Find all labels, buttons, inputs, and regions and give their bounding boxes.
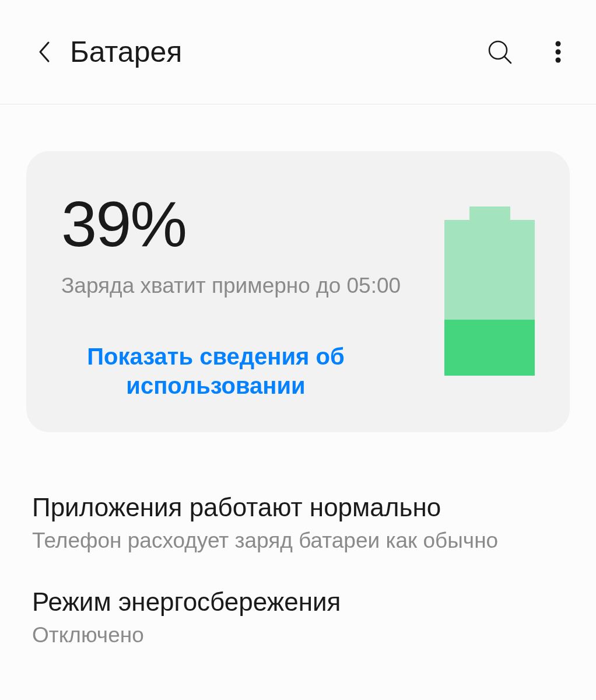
page-title: Батарея — [70, 35, 485, 69]
battery-fill — [444, 320, 535, 376]
more-vert-icon — [555, 39, 562, 65]
item-subtitle: Телефон расходует заряд батареи как обыч… — [32, 528, 564, 553]
apps-status-item[interactable]: Приложения работают нормально Телефон ра… — [32, 491, 564, 553]
item-subtitle: Отключено — [32, 623, 564, 648]
search-button[interactable] — [485, 37, 514, 66]
action-icons — [485, 37, 573, 66]
power-saving-item[interactable]: Режим энергосбережения Отключено — [32, 585, 564, 648]
battery-card[interactable]: 39% Заряда хватит примерно до 05:00 Пока… — [26, 151, 570, 432]
content: 39% Заряда хватит примерно до 05:00 Пока… — [0, 104, 596, 648]
settings-list: Приложения работают нормально Телефон ра… — [26, 491, 570, 648]
chevron-left-icon — [37, 41, 50, 63]
svg-point-4 — [556, 58, 561, 63]
battery-icon — [444, 206, 535, 376]
svg-point-3 — [556, 50, 561, 55]
item-title: Приложения работают нормально — [32, 491, 564, 524]
usage-details-link[interactable]: Показать сведения об использовании — [61, 342, 370, 400]
more-button[interactable] — [544, 37, 573, 66]
search-icon — [487, 39, 513, 65]
svg-line-1 — [504, 57, 511, 63]
svg-point-2 — [556, 41, 561, 47]
item-title: Режим энергосбережения — [32, 585, 564, 618]
back-button[interactable] — [29, 37, 58, 66]
header: Батарея — [0, 0, 596, 104]
